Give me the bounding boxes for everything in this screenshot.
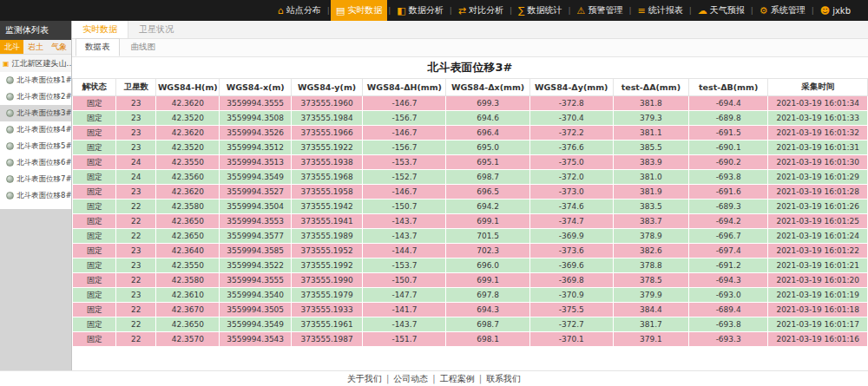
view-subtab[interactable]: 曲线图 [122, 38, 166, 56]
table-row[interactable]: 固定2442.35503559994.3513373555.1938-153.7… [73, 155, 868, 170]
table-wrap: 解状态卫星数WGS84-H(m)WGS84-x(m)WGS84-y(m)WGS8… [72, 78, 868, 370]
table-cell: 2021-03-19 16:01:16 [768, 332, 868, 347]
table-row[interactable]: 固定2442.35603559994.3549373555.1968-152.7… [73, 170, 868, 185]
sidebar-item-list: 北斗表面位移1#北斗表面位移2#北斗表面位移3#北斗表面位移4#北斗表面位移5#… [0, 72, 71, 204]
table-cell: 3559994.3585 [220, 244, 291, 258]
table-cell: -693.0 [688, 288, 768, 303]
nav-item[interactable]: ⚠预警管理 [572, 0, 628, 21]
sidebar-item-label: 北斗表面位移3# [16, 108, 71, 119]
table-row[interactable]: 固定2342.36203559994.3527373555.1958-146.7… [73, 185, 868, 200]
table-cell: 2021-03-19 16:01:25 [768, 214, 868, 229]
sidebar-item[interactable]: 北斗表面位移4# [0, 121, 71, 138]
system-icon: ⚙ [760, 6, 768, 16]
table-cell: 373555.1958 [291, 185, 362, 200]
table-cell: -374.6 [529, 200, 613, 214]
footer-link[interactable]: 联系我们 [486, 373, 521, 385]
footer-link[interactable]: 公司动态 [393, 373, 428, 385]
table-cell: -372.7 [529, 317, 613, 332]
table-row[interactable]: 固定2242.35803559994.3555373555.1990-150.7… [73, 273, 868, 288]
table-cell: 3559994.3540 [220, 288, 291, 303]
nav-item[interactable]: ∑数据统计 [513, 0, 567, 21]
table-cell: -697.4 [688, 244, 768, 258]
table-row[interactable]: 固定2242.35703559994.3543373555.1987-151.7… [73, 332, 868, 347]
realtime-icon: ▤ [336, 6, 345, 16]
table-row[interactable]: 固定2342.36203559994.3526373555.1966-146.7… [73, 126, 868, 141]
table-cell: 42.3560 [156, 170, 220, 185]
nav-item[interactable]: ◧数据分析 [391, 0, 448, 21]
table-row[interactable]: 固定2342.36203559994.3555373555.1960-146.7… [73, 96, 868, 111]
table-cell: -694.2 [688, 214, 768, 229]
table-cell: -689.8 [688, 111, 768, 126]
table-row[interactable]: 固定2242.36503559994.3549373555.1961-143.7… [73, 317, 868, 332]
table-cell: 2021-03-19 16:01:21 [768, 258, 868, 273]
sidebar-item[interactable]: 北斗表面位移6# [0, 154, 71, 171]
table-cell: 固定 [73, 317, 116, 332]
footer-link[interactable]: 关于我们 [347, 373, 382, 385]
main-tab[interactable]: 卫星状况 [128, 21, 184, 38]
table-cell: -696.7 [688, 229, 768, 244]
table-cell: -152.7 [363, 170, 446, 185]
table-cell: 699.1 [446, 214, 529, 229]
sidebar-item-label: 北斗表面位移4# [16, 125, 71, 135]
table-cell: 696.4 [446, 126, 529, 141]
table-cell: 3559994.3553 [220, 214, 291, 229]
sidebar-item[interactable]: 北斗表面位移8# [0, 187, 71, 204]
sidebar-item[interactable]: 北斗表面位移3# [0, 105, 71, 121]
table-cell: 373555.1966 [291, 126, 362, 141]
main-tab[interactable]: 实时数据 [72, 21, 128, 38]
sidebar-item[interactable]: 北斗表面位移2# [0, 88, 71, 105]
nav-item[interactable]: ⇄对比分析 [453, 0, 509, 21]
nav-item-label: 数据统计 [527, 4, 562, 16]
table-cell: 2021-03-19 16:01:17 [768, 317, 868, 332]
table-cell: 373555.1938 [291, 155, 362, 170]
sidebar-tab[interactable]: 气象 [48, 40, 71, 54]
table-cell: 42.3670 [156, 303, 220, 317]
table-row[interactable]: 固定2242.36503559994.3553373555.1941-143.7… [73, 214, 868, 229]
table-cell: 23 [116, 141, 156, 155]
table-cell: 24 [116, 170, 156, 185]
nav-item[interactable]: ⚙系统管理 [754, 0, 811, 21]
nav-item[interactable]: ☁天气预报 [693, 0, 750, 21]
sidebar-item[interactable]: 北斗表面位移1# [0, 72, 71, 88]
nav-item[interactable]: ≡统计报表 [632, 0, 687, 21]
table-row[interactable]: 固定2342.36403559994.3585373555.1952-144.7… [73, 244, 868, 258]
table-row[interactable]: 固定2242.36503559994.3577373555.1989-143.7… [73, 229, 868, 244]
nav-item[interactable]: ⌂站点分布 [273, 0, 326, 21]
table-cell: -693.8 [688, 170, 768, 185]
table-cell: 22 [116, 317, 156, 332]
table-cell: -369.6 [529, 258, 613, 273]
nav-item-label: 实时数据 [347, 4, 382, 16]
sidebar-tab[interactable]: 岩土 [23, 40, 47, 54]
table-cell: -693.8 [688, 317, 768, 332]
table-cell: 42.3580 [156, 200, 220, 214]
table-row[interactable]: 固定2242.35803559994.3504373555.1942-150.7… [73, 200, 868, 214]
table-cell: 23 [116, 185, 156, 200]
table-row[interactable]: 固定2242.36703559994.3505373555.1933-141.7… [73, 303, 868, 317]
footer-link[interactable]: 工程案例 [440, 373, 475, 385]
table-cell: 42.3550 [156, 258, 220, 273]
table-row[interactable]: 固定2342.35203559994.3508373555.1984-156.7… [73, 111, 868, 126]
table-cell: 382.6 [613, 244, 688, 258]
table-row[interactable]: 固定2342.36103559994.3540373555.1979-147.7… [73, 288, 868, 303]
nav-item[interactable]: ▤实时数据 [331, 0, 387, 21]
user-menu[interactable]: ☻jxkb [815, 0, 856, 21]
view-subtab[interactable]: 数据表 [76, 38, 120, 56]
table-cell: 697.8 [446, 288, 529, 303]
sidebar-item[interactable]: 北斗表面位移7# [0, 171, 71, 187]
sidebar-item[interactable]: 北斗表面位移5# [0, 138, 71, 154]
column-header: 采集时间 [768, 79, 868, 96]
table-cell: -689.3 [688, 200, 768, 214]
table-cell: -369.9 [529, 229, 613, 244]
table-cell: 3559994.3527 [220, 185, 291, 200]
column-header: WGS84-Δy(mm) [529, 79, 613, 96]
nav-item-label: 站点分布 [286, 4, 321, 16]
table-cell: 3559994.3555 [220, 96, 291, 111]
table-row[interactable]: 固定2342.35203559994.3512373555.1922-156.7… [73, 141, 868, 155]
tree-root-node[interactable]: ▣ 江北新区建头山... [0, 55, 71, 72]
table-cell: 373555.1960 [291, 96, 362, 111]
table-cell: 42.3650 [156, 317, 220, 332]
table-row[interactable]: 固定2342.35503559994.3522373555.1992-153.7… [73, 258, 868, 273]
page-title: 北斗表面位移3# [72, 57, 868, 78]
sidebar-tab[interactable]: 北斗 [0, 40, 23, 54]
table-cell: 379.9 [613, 288, 688, 303]
